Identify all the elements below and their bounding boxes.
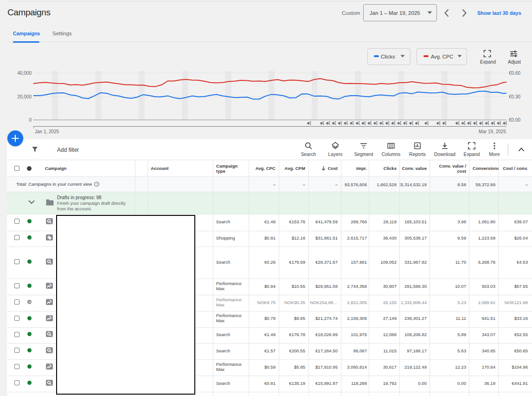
svg-text:€0.30: €0.30 <box>509 94 520 99</box>
svg-text:0: 0 <box>29 117 32 123</box>
svg-text:20,000: 20,000 <box>17 94 32 99</box>
svg-text:Mar 19, 2025: Mar 19, 2025 <box>479 129 506 134</box>
svg-text:€0.00: €0.00 <box>509 117 520 123</box>
svg-text:Jan 1, 2025: Jan 1, 2025 <box>35 129 59 134</box>
svg-text:?: ? <box>96 182 97 186</box>
svg-text:€0.60: €0.60 <box>509 71 520 76</box>
svg-text:40,000: 40,000 <box>17 71 32 76</box>
